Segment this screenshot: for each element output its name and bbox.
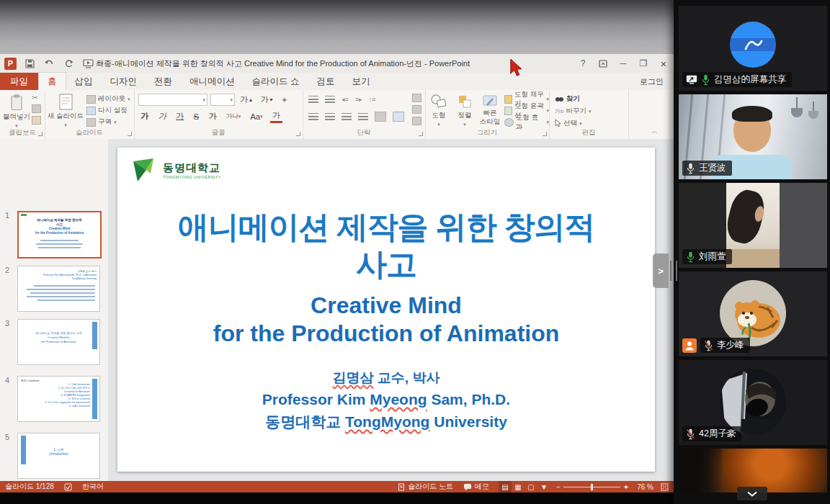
zoom-out-icon[interactable]: − [553,483,563,491]
university-logo[interactable]: 동명대학교 TONGMYONG UNIVERSITY [132,158,221,182]
font-dialog-launcher[interactable] [296,132,300,136]
participant-tile-screenshare[interactable]: 김명삼的屏幕共享 [679,6,827,91]
arrange-label: 정렬 [458,111,472,120]
bold-button[interactable]: 가 [138,111,151,122]
slide-title-english[interactable]: Creative Mind for the Production of Anim… [117,292,655,348]
convert-smartart-icon[interactable] [412,117,421,125]
copy-icon[interactable] [32,104,41,113]
section-button[interactable]: 구역▾ [86,117,130,127]
slide-thumbnail-3[interactable]: 애니메이션 제작을 위한 창의적 사고 Creative Mind for th… [17,319,100,365]
fit-to-window-icon[interactable] [656,481,674,492]
tab-slideshow[interactable]: 슬라이드 쇼 [244,73,308,90]
align-left-icon[interactable] [308,113,318,120]
change-case-button[interactable]: Aa▾ [248,111,265,122]
reset-button[interactable]: 다시 설정 [86,105,130,116]
character-spacing-button[interactable]: 가나▾ [224,111,244,122]
layout-button[interactable]: 레이아웃▾ [86,94,130,104]
language-indicator[interactable]: 한국어 [77,481,109,492]
font-color-button[interactable]: 가 [270,109,283,123]
zoom-percentage[interactable]: 76 % [635,481,656,492]
replace-button[interactable]: 가b 바꾸기▾ [555,106,591,117]
tab-insert[interactable]: 삽입 [66,73,102,90]
bullets-icon[interactable] [308,96,318,103]
tab-review[interactable]: 검토 [308,73,343,90]
clear-formatting-button[interactable]: ✦ [279,94,290,106]
align-center-icon[interactable] [325,113,335,120]
slideshow-view-button[interactable]: ▼ [537,481,550,492]
select-button[interactable]: 선택▾ [555,118,591,129]
underline-button[interactable]: 가 [174,111,187,122]
collapse-ribbon-icon[interactable]: ︿ [651,127,658,136]
shapes-button[interactable]: 도형 ▾ [427,90,451,127]
numbering-icon[interactable] [325,96,335,103]
reading-view-button[interactable]: ▢ [525,481,537,492]
decrease-indent-icon[interactable]: ◂≡ [342,96,349,103]
cut-icon[interactable]: ✂ [32,94,41,102]
find-button[interactable]: 찾기 [555,94,591,104]
align-right-icon[interactable] [342,113,352,120]
text-direction-icon[interactable] [412,94,421,102]
desktop-background [0,0,674,54]
quick-styles-button[interactable]: 빠른 스타일 [477,90,503,125]
italic-button[interactable]: 가 [156,111,169,122]
line-spacing-icon[interactable]: ↕≡ [369,96,376,103]
arrange-button[interactable]: 정렬 ▾ [452,90,477,127]
comments-button[interactable]: 메모 [458,481,494,492]
font-size-input[interactable]: ▾ [210,94,235,106]
tab-file[interactable]: 파일 [0,73,38,90]
clipboard-dialog-launcher[interactable] [38,132,43,136]
normal-view-button[interactable]: ▤ [499,481,512,492]
tab-home[interactable]: 홈 [38,72,66,90]
align-text-icon[interactable] [412,105,421,114]
zoom-slider[interactable]: − ✦ [550,481,635,492]
notes-button[interactable]: 슬라이드 노트 [393,481,458,492]
new-slide-button[interactable]: 새 슬라이드 ▾ [47,90,84,128]
participant-tile-video-1[interactable]: 王贤波 [679,94,827,179]
slide-thumbnail-5[interactable]: 1. 서론 (Introduction) [17,433,100,479]
group-font: ▾ ▾ 가▲ 가▼ ✦ 가 가 가 S 가 가나▾ Aa▾ 가 글꼴 [134,90,303,139]
restore-button[interactable]: ❐ [633,54,653,73]
slide-thumbnail-1[interactable]: 애니메이션 제작을 위한 창의적 사고 Creative Mind for th… [17,211,102,258]
tab-transitions[interactable]: 전환 [146,73,181,90]
increase-indent-icon[interactable]: ≡▸ [355,96,362,103]
text-shadow-button[interactable]: 가 [206,111,219,122]
spell-check-icon[interactable] [59,481,77,492]
ribbon-display-options-button[interactable] [593,54,613,73]
sidebar-drag-handle[interactable] [670,261,677,281]
chevron-down-icon [746,491,758,497]
font-name-input[interactable]: ▾ [138,94,208,106]
shrink-font-button[interactable]: 가▼ [258,94,275,106]
format-painter-icon[interactable] [32,116,41,125]
paste-button[interactable]: 붙여넣기 ▾ [3,90,30,129]
minimize-button[interactable]: ─ [613,54,633,73]
sign-in-link[interactable]: 로그인 [640,73,674,90]
columns-icon[interactable] [375,112,386,122]
slide-canvas[interactable]: 동명대학교 TONGMYONG UNIVERSITY 애니메이션 제작을 위한 … [117,148,655,472]
slide-title-korean[interactable]: 애니메이션 제작을 위한 창의적 사고 [117,208,655,283]
slide-thumbnail-4[interactable]: 목차 Contents: 1. 서론 Introduction 2. 애니메이션… [17,376,100,422]
slide-thumbnail-2[interactable]: 김명삼 교수 박사 Professor Kim Myeong Sam, Ph.D… [17,266,100,312]
paragraph-group-label: 단락 [303,128,425,138]
collapse-sidebar-button[interactable]: > [653,253,669,288]
zoom-in-icon[interactable]: ✦ [620,483,632,491]
slides-dialog-launcher[interactable] [128,132,132,136]
drawing-dialog-launcher[interactable] [543,132,547,136]
paragraph-dialog-launcher[interactable] [419,132,423,136]
tab-design[interactable]: 디자인 [102,73,146,90]
close-button[interactable]: × [653,54,674,73]
slide-author-block[interactable]: 김명삼 교수, 박사 Professor Kim Myeong Sam, Ph.… [117,367,655,433]
tab-view[interactable]: 보기 [343,73,378,90]
participant-tile-avatar-2[interactable]: 42周子豪 [679,360,827,445]
participant-tile-partial[interactable] [679,449,827,492]
grow-font-button[interactable]: 가▲ [238,94,255,106]
shape-effects-button[interactable]: 도형 효과▾ [504,117,549,127]
participant-tile-avatar-1[interactable]: 李少峰 [679,271,827,356]
tab-animations[interactable]: 애니메이션 [181,73,244,90]
help-button[interactable]: ? [573,54,593,73]
justify-icon[interactable] [358,113,368,120]
strikethrough-button[interactable]: S [192,111,202,122]
participant-tile-video-2[interactable]: 刘雨萱 [679,183,827,268]
more-participants-button[interactable] [737,487,767,500]
smartart-convert-icon[interactable] [393,112,404,122]
slide-sorter-view-button[interactable]: ▦ [512,481,525,492]
